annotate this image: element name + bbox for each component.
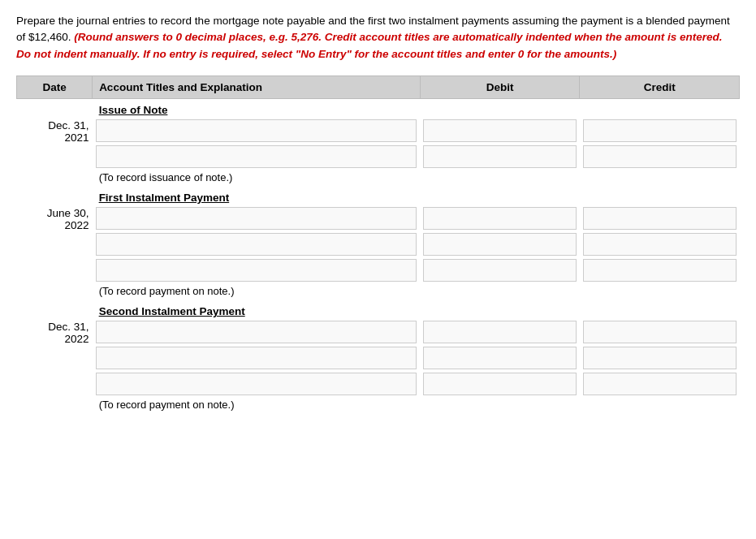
second-account-2[interactable] bbox=[96, 347, 417, 369]
first-credit-2[interactable] bbox=[583, 233, 737, 256]
instructions-bold-red: (Round answers to 0 decimal places, e.g.… bbox=[16, 31, 723, 59]
issue-note: (To record issuance of note.) bbox=[93, 170, 421, 187]
issue-debit-2[interactable] bbox=[423, 145, 577, 168]
table-row bbox=[17, 231, 740, 257]
col-credit: Credit bbox=[580, 75, 740, 98]
first-debit-2[interactable] bbox=[423, 233, 577, 256]
first-note-row: (To record payment on note.) bbox=[17, 283, 740, 300]
first-debit-3[interactable] bbox=[423, 259, 577, 282]
col-account: Account Titles and Explanation bbox=[93, 75, 421, 98]
second-account-3[interactable] bbox=[96, 373, 417, 395]
table-header-row: Date Account Titles and Explanation Debi… bbox=[17, 75, 740, 98]
issue-note-row: (To record issuance of note.) bbox=[17, 170, 740, 187]
issue-credit-2[interactable] bbox=[583, 145, 737, 168]
issue-debit-1[interactable] bbox=[423, 119, 577, 142]
date-dec31-2021: Dec. 31,2021 bbox=[17, 118, 93, 170]
second-credit-2[interactable] bbox=[583, 347, 737, 369]
journal-table: Date Account Titles and Explanation Debi… bbox=[16, 75, 740, 414]
col-date: Date bbox=[17, 75, 93, 98]
table-row: Dec. 31,2021 bbox=[17, 118, 740, 144]
section-label-first-instalment: First Instalment Payment bbox=[93, 187, 421, 205]
section-label-second-instalment: Second Instalment Payment bbox=[93, 300, 421, 319]
second-credit-3[interactable] bbox=[583, 373, 737, 395]
instructions: Prepare the journal entries to record th… bbox=[16, 13, 740, 63]
second-debit-1[interactable] bbox=[423, 321, 577, 343]
issue-account-1[interactable] bbox=[96, 119, 417, 142]
section-first-instalment: First Instalment Payment bbox=[17, 187, 740, 205]
table-row: Dec. 31,2022 bbox=[17, 319, 740, 345]
date-dec31-2022: Dec. 31,2022 bbox=[17, 319, 93, 397]
first-note: (To record payment on note.) bbox=[93, 283, 421, 300]
first-credit-1[interactable] bbox=[583, 207, 737, 230]
table-row bbox=[17, 144, 740, 170]
date-june30-2022: June 30,2022 bbox=[17, 205, 93, 283]
table-row bbox=[17, 257, 740, 283]
first-credit-3[interactable] bbox=[583, 259, 737, 282]
first-account-3[interactable] bbox=[96, 259, 417, 282]
section-issue-of-note: Issue of Note bbox=[17, 98, 740, 118]
section-label-issue-of-note: Issue of Note bbox=[93, 98, 421, 118]
second-account-1[interactable] bbox=[96, 321, 417, 343]
second-note: (To record payment on note.) bbox=[93, 397, 421, 414]
second-debit-3[interactable] bbox=[423, 373, 577, 395]
col-debit: Debit bbox=[420, 75, 580, 98]
second-note-row: (To record payment on note.) bbox=[17, 397, 740, 414]
issue-account-2[interactable] bbox=[96, 145, 417, 168]
second-debit-2[interactable] bbox=[423, 347, 577, 369]
first-account-2[interactable] bbox=[96, 233, 417, 256]
second-credit-1[interactable] bbox=[583, 321, 737, 343]
issue-credit-1[interactable] bbox=[583, 119, 737, 142]
table-row: June 30,2022 bbox=[17, 205, 740, 231]
section-second-instalment: Second Instalment Payment bbox=[17, 300, 740, 319]
table-row bbox=[17, 371, 740, 397]
first-account-1[interactable] bbox=[96, 207, 417, 230]
first-debit-1[interactable] bbox=[423, 207, 577, 230]
table-row bbox=[17, 345, 740, 371]
